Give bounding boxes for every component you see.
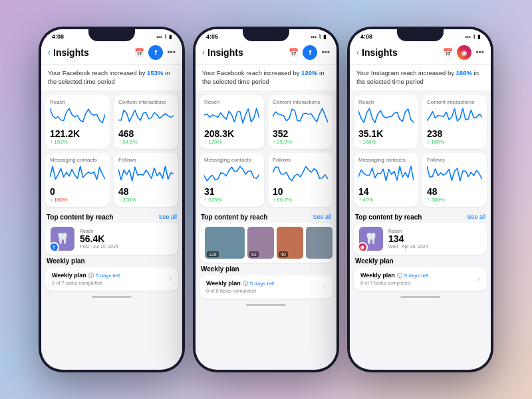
weekly-plan-name: Weekly plan ⓘ 5 days left [360,272,428,279]
calendar-icon[interactable]: 📅 [443,48,453,57]
metric-value-0: 121.2K [50,129,105,138]
weekly-section: Weekly plan Weekly plan ⓘ 5 days left 0 … [196,263,336,301]
top-content-title: Top content by reach [355,213,422,221]
insight-banner: Your Facebook reach increased by 153% in… [41,65,182,91]
back-button[interactable]: ‹ [48,48,51,57]
metric-change-0: ↑ 166% [358,139,414,145]
sparkline-3 [273,164,328,183]
highlight-percent: 166% [456,69,472,76]
info-icon: ⓘ [397,272,402,279]
bottom-indicator [350,293,491,299]
top-content-card: 🦷 f Reach 56.4K Post · Jul 10, 2024 [45,223,178,255]
wifi-icon: ⌇ [319,34,321,40]
see-all-link[interactable]: See all [467,213,485,220]
calendar-icon[interactable]: 📅 [289,48,299,57]
sparkline-0 [204,106,259,125]
header-right: 📅 f ••• [134,45,176,60]
battery-icon: ▮ [323,34,326,40]
sparkline-3 [118,164,174,183]
metric-card-2: Messaging contacts 0 ↓ 100% [45,153,110,207]
fb-platform-icon[interactable]: f [303,45,317,60]
weekly-section-title: Weekly plan [45,257,178,265]
phone-screen: 4:08 ▪▪▪ ⌇ ▮ ‹ Insights [41,29,182,370]
weekly-progress: 0 of 7 tasks completed [360,280,428,286]
back-button[interactable]: ‹ [202,48,205,57]
metric-change-2: ↑ 40% [358,197,414,203]
bottom-indicator [196,301,336,307]
sparkline-0 [358,106,414,125]
top-content-thumb: 🦷 f [51,227,74,251]
metric-change-2: ↑ 675% [204,197,259,203]
calendar-icon[interactable]: 📅 [134,48,144,57]
metric-label-2: Messaging contacts [50,157,105,163]
metric-label-2: Messaging contacts [358,157,414,163]
metric-value-3: 48 [118,187,174,196]
info-icon: ⓘ [88,272,94,279]
sparkline-2 [50,164,105,183]
content-thumb-0: 129 [205,227,245,259]
top-content-header: Top content by reach See all [196,211,336,223]
chevron-right-icon: › [477,274,480,283]
metric-card-2: Messaging contacts 31 ↑ 675% [200,153,264,207]
metric-label-3: Follows [273,157,328,163]
battery-icon: ▮ [169,34,172,40]
metric-label-0: Reach [50,99,105,105]
phone-notch [397,29,444,41]
metric-value-3: 10 [273,187,328,196]
metric-card-0: Reach 35.1K ↑ 166% [354,95,418,149]
metric-label-1: Content interactions [427,99,482,105]
sparkline-1 [118,106,174,125]
weekly-card[interactable]: Weekly plan ⓘ 5 days left 0 of 7 tasks c… [354,267,487,291]
phone-notch [243,29,289,41]
weekly-left: Weekly plan ⓘ 5 days left 0 of 7 tasks c… [360,272,428,286]
top-content-thumb: 🦷 ◉ [359,227,383,251]
days-left: 5 days left [404,273,428,279]
metric-change-3: ↑ 200% [118,197,174,203]
weekly-section: Weekly plan Weekly plan ⓘ 5 days left 0 … [350,255,491,293]
more-icon[interactable]: ••• [167,48,176,57]
more-icon[interactable]: ••• [321,48,330,57]
metric-value-0: 35.1K [358,129,414,138]
sparkline-2 [204,164,259,183]
weekly-card[interactable]: Weekly plan ⓘ 5 days left 0 of 7 tasks c… [45,267,178,291]
phone-screen: 4:05 ▪▪▪ ⌇ ▮ ‹ Insights [196,29,336,370]
page-title: Insights [362,47,398,58]
metric-label-1: Content interactions [273,99,328,105]
content-meta: Wed · Apr 28, 2024 [388,244,481,249]
metric-value-2: 14 [358,187,414,196]
days-left: 5 days left [96,273,120,279]
phone-content: ‹ Insights 📅 ◉ ••• Your Instagram reach … [350,41,491,363]
header-left: ‹ Insights [356,47,398,58]
reach-label: Reach [80,229,173,233]
weekly-plan-name: Weekly plan ⓘ 5 days left [206,280,274,287]
metric-value-1: 352 [273,129,328,138]
status-time: 4:08 [52,33,64,40]
weekly-card[interactable]: Weekly plan ⓘ 5 days left 0 of 6 tasks c… [200,275,332,299]
sparkline-1 [427,106,482,125]
metric-value-2: 31 [204,187,259,196]
metric-change-3: ↑ 380% [427,197,482,203]
sparkline-2 [358,164,414,183]
see-all-link[interactable]: See all [158,213,177,220]
content-meta: Post · Jul 10, 2024 [80,244,173,249]
status-time: 4:05 [206,33,218,40]
back-button[interactable]: ‹ [356,48,359,57]
weekly-plan-name: Weekly plan ⓘ 5 days left [52,272,120,279]
signal-icon: ▪▪▪ [156,34,162,40]
status-icons: ▪▪▪ ⌇ ▮ [311,34,326,40]
metrics-grid: Reach 121.2K ↑ 153% Content interactions… [41,91,182,211]
top-content-header: Top content by reach See all [350,211,491,223]
metric-label-0: Reach [358,99,414,105]
see-all-link[interactable]: See all [313,213,331,220]
header-left: ‹ Insights [202,47,243,58]
thumb-count: 82 [249,251,259,257]
ig-platform-icon[interactable]: ◉ [457,45,471,60]
fb-platform-icon[interactable]: f [148,45,163,60]
sparkline-3 [427,164,482,183]
insight-banner: Your Facebook reach increased by 120% in… [196,65,336,91]
thumb-count: 40 [279,251,288,257]
more-icon[interactable]: ••• [475,48,484,57]
metric-value-0: 208.3K [204,129,259,138]
sparkline-1 [273,106,328,125]
status-icons: ▪▪▪ ⌇ ▮ [156,34,172,40]
